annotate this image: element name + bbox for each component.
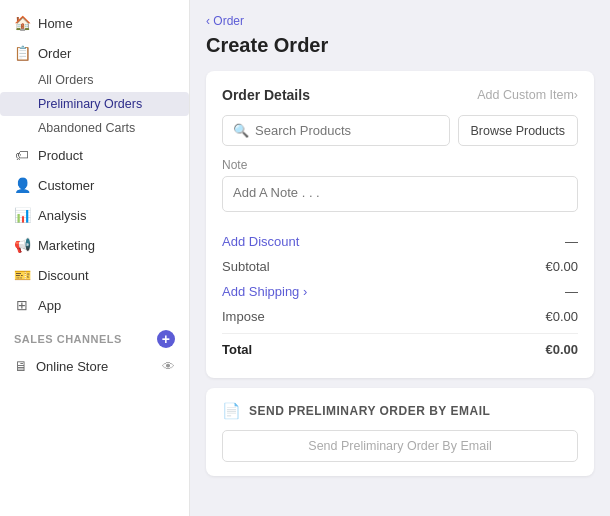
add-shipping-row[interactable]: Add Shipping › —: [222, 279, 578, 304]
sidebar-item-marketing[interactable]: 📢 Marketing: [0, 230, 189, 260]
product-icon: 🏷: [14, 147, 30, 163]
sidebar-item-home[interactable]: 🏠 Home: [0, 8, 189, 38]
note-input[interactable]: [222, 176, 578, 212]
store-icon: 🖥: [14, 358, 28, 374]
main-content: Order Create Order Order Details Add Cus…: [190, 0, 610, 516]
send-email-button[interactable]: Send Preliminary Order By Email: [222, 430, 578, 462]
add-sales-channel-button[interactable]: +: [157, 330, 175, 348]
impose-row: Impose €0.00: [222, 304, 578, 329]
eye-icon[interactable]: 👁: [162, 359, 175, 374]
note-label: Note: [222, 158, 578, 172]
email-card: 📄 SEND PRELIMINARY ORDER BY EMAIL Send P…: [206, 388, 594, 476]
sidebar-item-customer[interactable]: 👤 Customer: [0, 170, 189, 200]
sidebar-item-analysis[interactable]: 📊 Analysis: [0, 200, 189, 230]
card-title: Order Details: [222, 87, 310, 103]
email-card-header: 📄 SEND PRELIMINARY ORDER BY EMAIL: [222, 402, 578, 420]
card-header: Order Details Add Custom Item›: [222, 87, 578, 103]
order-details-card: Order Details Add Custom Item› 🔍 Browse …: [206, 71, 594, 378]
browse-products-button[interactable]: Browse Products: [458, 115, 578, 146]
sidebar-item-online-store[interactable]: 🖥 Online Store 👁: [0, 352, 189, 380]
search-input-wrap: 🔍: [222, 115, 450, 146]
sidebar-item-app[interactable]: ⊞ App: [0, 290, 189, 320]
order-icon: 📋: [14, 45, 30, 61]
app-icon: ⊞: [14, 297, 30, 313]
discount-icon: 🎫: [14, 267, 30, 283]
total-row: Total €0.00: [222, 333, 578, 362]
subtotal-row: Subtotal €0.00: [222, 254, 578, 279]
sales-channels-section: SALES CHANNELS +: [0, 320, 189, 352]
page-title: Create Order: [206, 34, 594, 57]
sidebar: 🏠 Home 📋 Order All Orders Preliminary Or…: [0, 0, 190, 516]
add-discount-row[interactable]: Add Discount —: [222, 229, 578, 254]
breadcrumb[interactable]: Order: [206, 14, 594, 28]
document-icon: 📄: [222, 402, 241, 420]
sidebar-item-product[interactable]: 🏷 Product: [0, 140, 189, 170]
search-input[interactable]: [255, 116, 439, 145]
search-row: 🔍 Browse Products: [222, 115, 578, 146]
sidebar-sub-all-orders[interactable]: All Orders: [0, 68, 189, 92]
search-icon: 🔍: [233, 123, 249, 138]
sidebar-item-discount[interactable]: 🎫 Discount: [0, 260, 189, 290]
add-custom-item-button[interactable]: Add Custom Item›: [477, 88, 578, 102]
sidebar-sub-abandoned-carts[interactable]: Abandoned Carts: [0, 116, 189, 140]
home-icon: 🏠: [14, 15, 30, 31]
marketing-icon: 📢: [14, 237, 30, 253]
email-card-title: SEND PRELIMINARY ORDER BY EMAIL: [249, 404, 490, 418]
summary-section: Add Discount — Subtotal €0.00 Add Shippi…: [222, 229, 578, 362]
customer-icon: 👤: [14, 177, 30, 193]
sidebar-sub-preliminary-orders[interactable]: Preliminary Orders: [0, 92, 189, 116]
analysis-icon: 📊: [14, 207, 30, 223]
sidebar-item-order[interactable]: 📋 Order: [0, 38, 189, 68]
